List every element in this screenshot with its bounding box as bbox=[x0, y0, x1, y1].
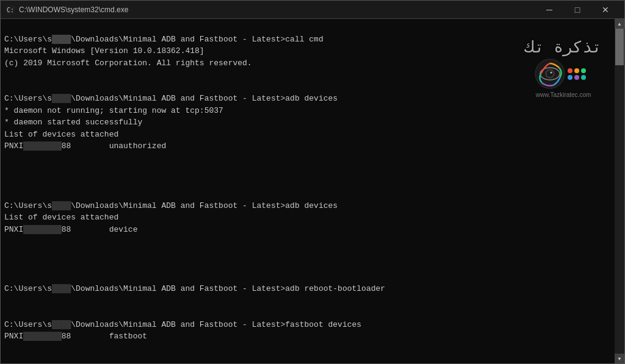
scroll-track[interactable] bbox=[615, 29, 624, 354]
line-6: * daemon started successfully bbox=[4, 118, 142, 127]
scroll-thumb[interactable] bbox=[615, 29, 624, 65]
scroll-up-button[interactable]: ▲ bbox=[615, 19, 624, 29]
close-button[interactable]: ✕ bbox=[591, 1, 620, 19]
line-7: List of devices attached bbox=[4, 130, 118, 139]
terminal-output[interactable]: C:\Users\s████\Downloads\Minimal ADB and… bbox=[1, 19, 615, 363]
scroll-down-button[interactable]: ▼ bbox=[615, 354, 624, 363]
maximize-button[interactable]: □ bbox=[563, 1, 591, 19]
line-10: List of devices attached bbox=[4, 213, 118, 222]
content-area: تذكرة تك bbox=[1, 19, 624, 363]
window-title: C:\WINDOWS\system32\cmd.exe bbox=[19, 5, 128, 14]
title-bar: C:\ C:\WINDOWS\system32\cmd.exe ─ □ ✕ bbox=[1, 1, 624, 19]
line-5: * daemon not running; starting now at tc… bbox=[4, 106, 223, 115]
line-9: C:\Users\s████\Downloads\Minimal ADB and… bbox=[4, 201, 338, 210]
line-11: PNXI████████88 device bbox=[4, 225, 137, 234]
line-13: C:\Users\s████\Downloads\Minimal ADB and… bbox=[4, 320, 361, 329]
cmd-icon: C:\ bbox=[5, 5, 15, 15]
line-12: C:\Users\s████\Downloads\Minimal ADB and… bbox=[4, 284, 385, 293]
line-8: PNXI████████88 unauthorized bbox=[4, 141, 166, 151]
title-bar-left: C:\ C:\WINDOWS\system32\cmd.exe bbox=[5, 5, 128, 15]
window-controls: ─ □ ✕ bbox=[535, 1, 620, 19]
line-14: PNXI████████88 fastboot bbox=[4, 332, 147, 341]
scrollbar[interactable]: ▲ ▼ bbox=[615, 19, 624, 363]
line-4: C:\Users\s████\Downloads\Minimal ADB and… bbox=[4, 94, 338, 103]
svg-text:C:\: C:\ bbox=[7, 7, 15, 13]
line-2: Microsoft Windows [Version 10.0.18362.41… bbox=[4, 46, 204, 55]
line-1: C:\Users\s████\Downloads\Minimal ADB and… bbox=[4, 35, 323, 44]
minimize-button[interactable]: ─ bbox=[535, 1, 563, 19]
cmd-window: C:\ C:\WINDOWS\system32\cmd.exe ─ □ ✕ تذ… bbox=[0, 0, 625, 364]
line-3: (c) 2019 Microsoft Corporation. All righ… bbox=[4, 59, 252, 68]
